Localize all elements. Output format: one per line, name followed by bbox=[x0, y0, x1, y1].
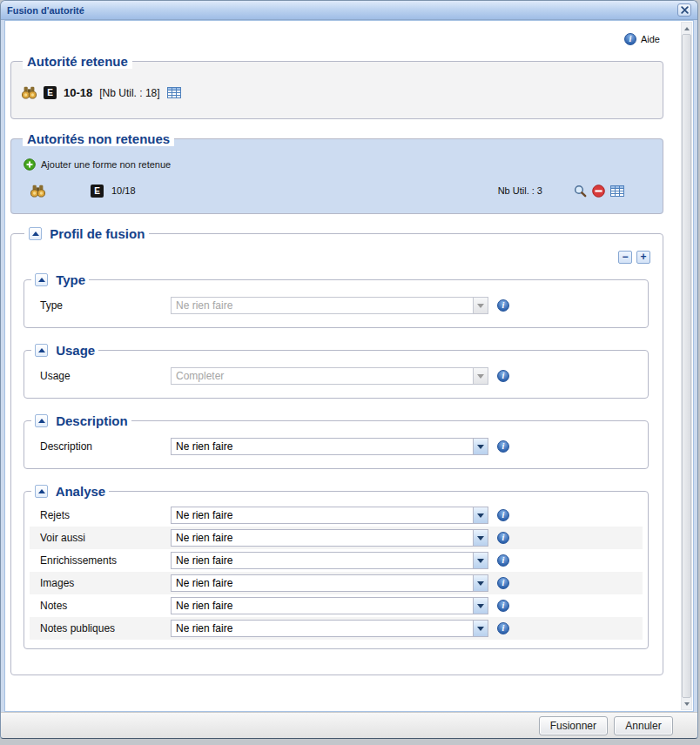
add-non-retained-link[interactable]: Ajouter une forme non retenue bbox=[24, 158, 652, 171]
chevron-down-icon[interactable] bbox=[473, 368, 488, 384]
combo-value: Completer bbox=[172, 368, 473, 384]
info-icon[interactable]: i bbox=[497, 440, 509, 453]
table-icon[interactable] bbox=[167, 87, 181, 98]
field-row: Notes Ne rien faire i bbox=[30, 594, 643, 617]
retained-authority-fieldset: Autorité retenue E 10-18 [Nb Util. : 18] bbox=[10, 54, 663, 119]
info-icon[interactable]: i bbox=[497, 600, 509, 612]
combo-value: Ne rien faire bbox=[172, 298, 473, 313]
scroll-up-button[interactable] bbox=[682, 23, 691, 34]
non-retained-row: E 10/18 Nb Util. : 3 bbox=[22, 180, 652, 201]
analyse-section-legend: Analyse bbox=[31, 484, 109, 499]
binoculars-icon bbox=[30, 185, 45, 198]
chevron-down-icon[interactable] bbox=[473, 575, 488, 591]
description-legend-text: Description bbox=[56, 413, 128, 428]
merge-authority-dialog: Fusion d'autorité i Aide Autorité retenu… bbox=[0, 0, 698, 739]
remove-icon[interactable] bbox=[592, 185, 605, 198]
combo-value: Ne rien faire bbox=[172, 621, 473, 636]
combo-value: Ne rien faire bbox=[172, 575, 473, 591]
description-select[interactable]: Ne rien faire bbox=[171, 438, 488, 455]
collapse-icon[interactable] bbox=[35, 344, 48, 357]
table-icon[interactable] bbox=[610, 185, 624, 197]
chevron-down-icon[interactable] bbox=[473, 507, 488, 523]
chevron-down-icon[interactable] bbox=[473, 621, 488, 636]
non-retained-code: 10/18 bbox=[111, 185, 136, 196]
info-icon[interactable]: i bbox=[497, 509, 509, 521]
collapse-all-button[interactable]: − bbox=[618, 251, 632, 264]
annuler-button[interactable]: Annuler bbox=[614, 716, 673, 735]
combo-value: Ne rien faire bbox=[172, 553, 473, 568]
close-button[interactable] bbox=[677, 3, 691, 17]
info-icon[interactable]: i bbox=[497, 299, 509, 312]
collapse-icon[interactable] bbox=[35, 414, 48, 427]
usage-section-legend: Usage bbox=[31, 343, 98, 358]
collapse-icon[interactable] bbox=[35, 273, 48, 286]
field-row: Images Ne rien faire i bbox=[30, 572, 643, 594]
scrollbar[interactable] bbox=[681, 22, 692, 710]
scroll-down-button[interactable] bbox=[682, 698, 691, 709]
field-label: Enrichissements bbox=[40, 554, 171, 567]
info-icon[interactable]: i bbox=[497, 554, 509, 567]
notes-publiques-select[interactable]: Ne rien faire bbox=[171, 620, 488, 637]
search-icon[interactable] bbox=[574, 185, 587, 198]
window-title: Fusion d'autorité bbox=[7, 5, 677, 16]
authority-type-icon: E bbox=[91, 185, 104, 198]
chevron-down-icon[interactable] bbox=[473, 439, 488, 454]
type-section-legend: Type bbox=[31, 272, 89, 287]
field-row: Voir aussi Ne rien faire i bbox=[30, 527, 643, 549]
field-row: Usage Completer i bbox=[30, 366, 643, 386]
notes-select[interactable]: Ne rien faire bbox=[171, 597, 488, 614]
type-section: Type Type Ne rien faire i bbox=[24, 272, 649, 328]
enrichissements-select[interactable]: Ne rien faire bbox=[171, 552, 488, 569]
help-label: Aide bbox=[641, 34, 660, 44]
scrollbar-thumb[interactable] bbox=[682, 34, 691, 698]
field-label: Notes bbox=[40, 600, 171, 612]
dialog-footer: Fusionner Annuler bbox=[1, 712, 697, 738]
info-icon[interactable]: i bbox=[497, 532, 509, 544]
field-label: Images bbox=[40, 577, 171, 589]
fusionner-button[interactable]: Fusionner bbox=[539, 716, 608, 735]
field-label: Description bbox=[40, 440, 171, 453]
retained-authority-row: E 10-18 [Nb Util. : 18] bbox=[22, 86, 652, 99]
type-select[interactable]: Ne rien faire bbox=[171, 297, 488, 314]
field-label: Voir aussi bbox=[40, 532, 171, 544]
info-icon[interactable]: i bbox=[497, 577, 509, 589]
usage-select[interactable]: Completer bbox=[171, 367, 488, 385]
non-retained-legend: Autorités non retenues bbox=[23, 131, 174, 146]
combo-value: Ne rien faire bbox=[172, 530, 473, 546]
close-icon bbox=[681, 6, 689, 14]
expand-all-button[interactable]: + bbox=[636, 251, 650, 264]
usage-legend-text: Usage bbox=[56, 343, 95, 358]
field-row: Description Ne rien faire i bbox=[30, 436, 643, 457]
info-icon[interactable]: i bbox=[497, 370, 509, 382]
chevron-down-icon[interactable] bbox=[473, 553, 488, 568]
retained-authority-code: 10-18 bbox=[64, 86, 92, 99]
dialog-content: i Aide Autorité retenue E bbox=[5, 21, 693, 711]
profile-tools: − + bbox=[24, 251, 650, 264]
field-label: Notes publiques bbox=[40, 622, 171, 634]
merge-profile-legend-text: Profil de fusion bbox=[50, 226, 145, 241]
collapse-icon[interactable] bbox=[29, 227, 42, 240]
voir-aussi-select[interactable]: Ne rien faire bbox=[171, 529, 488, 547]
chevron-down-icon[interactable] bbox=[473, 298, 488, 313]
field-row: Notes publiques Ne rien faire i bbox=[30, 617, 643, 640]
chevron-down-icon[interactable] bbox=[473, 530, 488, 546]
combo-value: Ne rien faire bbox=[172, 598, 473, 614]
field-label: Usage bbox=[40, 370, 171, 382]
info-icon: i bbox=[624, 33, 636, 45]
combo-value: Ne rien faire bbox=[172, 507, 473, 523]
collapse-icon[interactable] bbox=[35, 485, 48, 498]
rejets-select[interactable]: Ne rien faire bbox=[171, 507, 488, 524]
combo-value: Ne rien faire bbox=[172, 439, 473, 454]
images-select[interactable]: Ne rien faire bbox=[171, 574, 488, 592]
merge-profile-legend: Profil de fusion bbox=[24, 226, 149, 241]
info-icon[interactable]: i bbox=[497, 622, 509, 634]
chevron-down-icon[interactable] bbox=[473, 598, 488, 614]
dialog-body: i Aide Autorité retenue E bbox=[4, 20, 694, 712]
description-section-legend: Description bbox=[31, 413, 131, 428]
add-icon bbox=[24, 158, 36, 171]
help-link[interactable]: i Aide bbox=[10, 21, 663, 54]
add-non-retained-label: Ajouter une forme non retenue bbox=[41, 159, 171, 170]
window-titlebar[interactable]: Fusion d'autorité bbox=[1, 1, 697, 20]
field-label: Rejets bbox=[40, 509, 171, 521]
field-row: Type Ne rien faire i bbox=[30, 295, 643, 316]
